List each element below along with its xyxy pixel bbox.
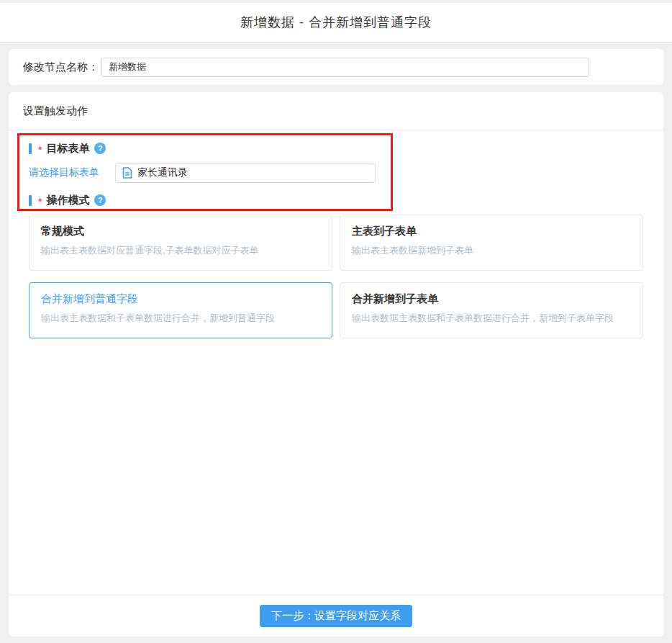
highlight-red-box: * 目标表单 ? 请选择目标表单 家长通讯录 (17, 133, 393, 211)
target-form-label-row: * 目标表单 ? (29, 142, 391, 155)
operation-mode-label: 操作模式 (46, 194, 89, 207)
required-asterisk: * (38, 144, 42, 156)
node-name-label: 修改节点名称： (23, 60, 99, 74)
mode-card-merge-to-subform[interactable]: 合并新增到子表单 输出表数据主表数据和子表单数据进行合并，新增到子表单字段 (340, 282, 643, 338)
node-name-section: 修改节点名称： (9, 49, 663, 85)
mode-card-title: 常规模式 (41, 225, 320, 238)
mode-card-title: 合并新增到普通字段 (41, 292, 320, 306)
mode-card-description: 输出表主表数据对应普通字段,子表单数据对应子表单 (41, 244, 320, 257)
trigger-section-header: 设置触发动作 (9, 92, 663, 130)
question-circle-icon[interactable]: ? (94, 194, 106, 206)
mode-card-merge-to-normal-field[interactable]: 合并新增到普通字段 输出表主表数据和子表单数据进行合并，新增到普通字段 (29, 282, 332, 338)
selected-form-name: 家长通讯录 (137, 166, 188, 179)
target-form-select-row: 请选择目标表单 家长通讯录 (29, 163, 391, 183)
footer-bar: 下一步：设置字段对应关系 (9, 595, 663, 637)
trigger-section-title: 设置触发动作 (23, 104, 88, 118)
accent-bar-icon (29, 143, 32, 154)
mode-card-description: 输出表数据主表数据和子表单数据进行合并，新增到子表单字段 (352, 312, 631, 325)
mode-card-title: 主表到子表单 (352, 225, 631, 238)
target-form-value-box[interactable]: 家长通讯录 (115, 163, 376, 183)
mode-card-description: 输出表主表数据新增到子表单 (352, 244, 631, 257)
select-target-form-link[interactable]: 请选择目标表单 (29, 166, 115, 179)
dialog-header: 新增数据 - 合并新增到普通字段 (0, 3, 672, 42)
question-circle-icon[interactable]: ? (94, 143, 106, 154)
mode-card-main-to-subform[interactable]: 主表到子表单 输出表主表数据新增到子表单 (340, 215, 643, 271)
required-asterisk: * (38, 196, 42, 207)
operation-mode-label-row: * 操作模式 ? (29, 194, 391, 207)
mode-card-normal[interactable]: 常规模式 输出表主表数据对应普通字段,子表单数据对应子表单 (29, 215, 332, 271)
target-form-label: 目标表单 (46, 142, 89, 156)
next-step-button[interactable]: 下一步：设置字段对应关系 (260, 605, 412, 627)
mode-card-title: 合并新增到子表单 (352, 292, 631, 306)
page-title: 新增数据 - 合并新增到普通字段 (240, 14, 432, 31)
mode-card-description: 输出表主表数据和子表单数据进行合并，新增到普通字段 (41, 312, 320, 325)
operation-mode-grid: 常规模式 输出表主表数据对应普通字段,子表单数据对应子表单 主表到子表单 输出表… (29, 215, 643, 338)
accent-bar-icon (29, 195, 32, 206)
trigger-action-section: 设置触发动作 * 目标表单 ? 请选择目标表单 (9, 92, 663, 637)
page: 新增数据 - 合并新增到普通字段 修改节点名称： 设置触发动作 * 目标表单 ?… (0, 0, 672, 637)
node-name-input[interactable] (101, 58, 589, 77)
document-icon (122, 167, 132, 179)
